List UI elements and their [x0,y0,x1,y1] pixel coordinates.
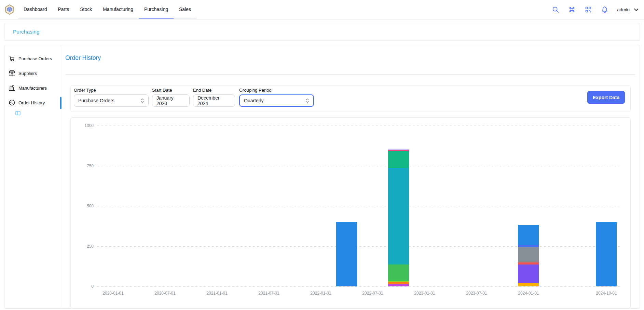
order-type-field: Order Type Purchase Orders [74,88,149,107]
sidebar-item-label: Suppliers [18,71,37,76]
start-date-value: January 2020 [156,95,185,106]
selector-icon [305,98,309,104]
building-store-icon [9,70,15,77]
gridline-y-1000 [97,126,620,126]
y-tick-label: 1000 [77,123,94,128]
y-tick-label: 500 [77,204,94,208]
bar-segment [518,283,539,286]
stacked-bar-2022-04-01[interactable] [336,222,357,286]
x-tick-label: 2022-07-01 [362,291,383,296]
sidebar-active-indicator [60,97,61,109]
x-tick-label: 2020-07-01 [154,291,175,296]
gridline-y-0 [97,286,620,287]
grouping-period-select[interactable]: Quarterly [239,94,314,107]
x-tick-label: 2024-10-01 [596,291,617,296]
x-tick-label: 2023-01-01 [414,291,435,296]
bell-icon[interactable] [601,5,609,14]
tab-parts[interactable]: Parts [53,0,75,19]
bar-segment [388,284,409,286]
sidebar-item-order-history[interactable]: Order History [9,97,58,108]
bar-segment [388,168,409,264]
search-icon[interactable] [551,5,560,14]
gridline-y-500 [97,206,620,206]
page: Dashboard Parts Stock Manufacturing Purc… [0,0,644,310]
y-tick-label: 750 [77,164,94,168]
gridline-y-750 [97,166,620,166]
title-divider [65,74,635,75]
order-type-value: Purchase Orders [78,98,114,103]
tab-sales[interactable]: Sales [174,0,196,19]
bar-segment [518,264,539,283]
history-icon [9,99,15,106]
stacked-bar-2024-10-01[interactable] [596,222,617,286]
sidebar-item-label: Purchase Orders [18,56,52,61]
sidebar-item-label: Manufacturers [18,86,47,91]
tab-purchasing[interactable]: Purchasing [139,0,174,19]
bar-segment [518,247,539,262]
bar-segment [388,264,409,281]
sidebar-item-purchase-orders[interactable]: Purchase Orders [9,53,58,64]
export-data-button[interactable]: Export Data [587,91,625,104]
x-tick-label: 2023-07-01 [466,291,487,296]
sidebar-divider [61,45,61,308]
navbar-actions: admin [551,0,639,19]
grouping-period-value: Quarterly [244,98,264,103]
command-icon[interactable] [568,5,576,14]
sidebar-item-manufacturers[interactable]: Manufacturers [9,82,58,94]
layout-sidebar-icon[interactable] [15,110,21,116]
factory-icon [9,85,15,91]
x-tick-label: 2022-01-01 [310,291,331,296]
bar-segment [388,151,409,168]
x-tick-label: 2020-01-01 [102,291,123,296]
tab-manufacturing[interactable]: Manufacturing [97,0,139,19]
sidebar-item-suppliers[interactable]: Suppliers [9,67,58,79]
start-date-field: Start Date January 2020 [152,88,190,107]
grouping-period-label: Grouping Period [239,88,314,93]
y-tick-label: 0 [77,284,94,289]
gridline-y-250 [97,246,620,247]
order-type-select[interactable]: Purchase Orders [74,94,149,107]
order-type-label: Order Type [74,88,149,93]
x-tick-label: 2021-07-01 [258,291,279,296]
filter-panel: Order Type Purchase Orders Start Date Ja… [70,85,631,112]
nav-tabs: Dashboard Parts Stock Manufacturing Purc… [18,0,196,19]
chart-plot: 025050075010002020-01-012020-07-012021-0… [97,126,620,286]
end-date-value: December 2024 [197,95,231,106]
end-date-field: End Date December 2024 [193,88,235,107]
content-panel: Purchase Orders Suppliers [4,45,640,309]
stacked-bar-2024-01-01[interactable] [518,225,539,286]
x-tick-label: 2024-01-01 [518,291,539,296]
breadcrumb-link-purchasing[interactable]: Purchasing [13,29,40,35]
user-menu[interactable]: admin [617,7,639,13]
end-date-label: End Date [193,88,235,93]
start-date-input[interactable]: January 2020 [152,94,190,107]
shopping-cart-icon [9,55,15,62]
qrcode-icon[interactable] [584,5,592,14]
end-date-input[interactable]: December 2024 [193,94,235,107]
tab-stock[interactable]: Stock [74,0,97,19]
y-tick-label: 250 [77,244,94,249]
page-title: Order History [65,54,101,62]
bar-segment [596,222,617,286]
sidebar-item-label: Order History [18,100,45,105]
tab-dashboard[interactable]: Dashboard [18,0,53,19]
app-logo-icon[interactable] [4,4,15,15]
bar-segment [336,222,357,286]
stacked-bar-2022-10-01[interactable] [388,150,409,286]
breadcrumb: Purchasing [4,23,640,41]
grouping-period-field: Grouping Period Quarterly [239,88,314,107]
start-date-label: Start Date [152,88,190,93]
bar-segment [518,225,539,245]
chart-panel: 025050075010002020-01-012020-07-012021-0… [70,117,631,308]
user-name: admin [617,7,630,12]
chevron-down-icon [633,7,639,13]
navbar: Dashboard Parts Stock Manufacturing Purc… [0,0,644,20]
selector-icon [140,98,144,104]
x-tick-label: 2021-01-01 [206,291,227,296]
